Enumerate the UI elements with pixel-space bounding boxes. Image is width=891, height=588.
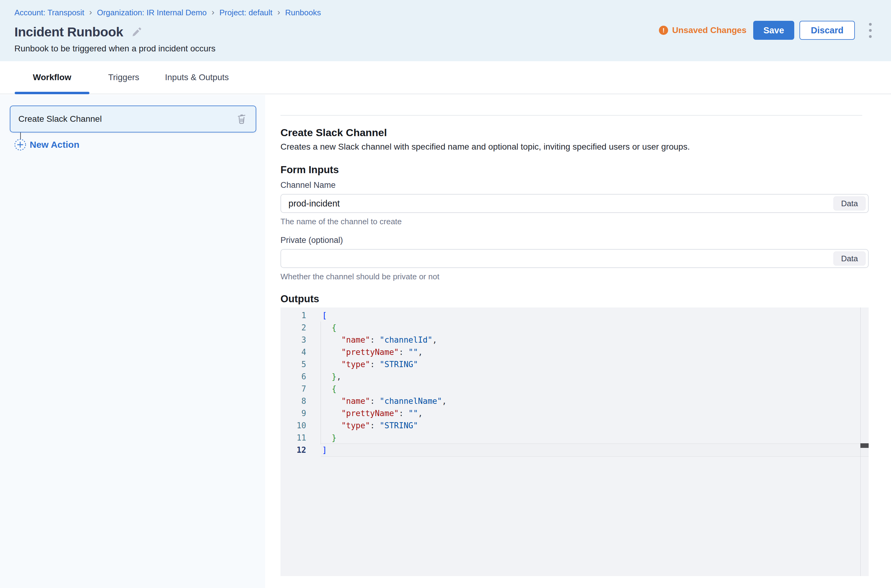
editor-line: 3 "name": "channelId", — [280, 334, 868, 346]
editor-line: 11 } — [280, 432, 868, 444]
channel-name-label: Channel Name — [280, 180, 336, 190]
plus-circle-icon — [14, 139, 26, 151]
private-field: Data — [280, 249, 868, 268]
editor-line: 8 "name": "channelName", — [280, 395, 868, 407]
new-action-button[interactable]: New Action — [14, 139, 79, 151]
tab-triggers[interactable]: Triggers — [98, 61, 149, 94]
tab-workflow[interactable]: Workflow — [15, 61, 89, 94]
line-number: 5 — [280, 358, 306, 370]
delete-action-button[interactable] — [235, 113, 248, 125]
form-inputs-heading: Form Inputs — [280, 164, 339, 176]
editor-line: 1[ — [280, 309, 868, 321]
page-header: Account: Transposit › Organization: IR I… — [0, 0, 891, 61]
action-card-create-slack-channel[interactable]: Create Slack Channel — [10, 105, 256, 132]
editor-line: 12] — [280, 444, 868, 456]
channel-name-helper: The name of the channel to create — [280, 217, 402, 226]
page-title: Incident Runbook — [14, 24, 123, 39]
private-data-button[interactable]: Data — [834, 252, 865, 266]
tab-inputs-outputs[interactable]: Inputs & Outputs — [162, 61, 232, 94]
action-detail-title: Create Slack Channel — [280, 127, 387, 139]
unsaved-changes-badge: ! Unsaved Changes — [659, 26, 747, 35]
private-input[interactable] — [280, 249, 868, 268]
channel-name-input[interactable] — [280, 194, 868, 213]
line-number: 8 — [280, 395, 306, 407]
edit-title-pencil-icon[interactable] — [131, 27, 142, 38]
line-number: 10 — [280, 419, 306, 432]
line-number: 11 — [280, 432, 306, 444]
action-card-label: Create Slack Channel — [18, 114, 235, 124]
outputs-heading: Outputs — [280, 293, 319, 305]
unsaved-changes-label: Unsaved Changes — [672, 26, 747, 35]
line-number: 6 — [280, 370, 306, 383]
editor-line: 7 { — [280, 383, 868, 395]
line-number: 4 — [280, 346, 306, 358]
more-options-kebab-icon[interactable] — [868, 21, 873, 40]
breadcrumb-separator: › — [277, 8, 280, 18]
channel-name-field: Data — [280, 194, 868, 213]
workflow-actions-panel: Create Slack Channel New Action — [0, 95, 265, 588]
trash-icon — [235, 113, 248, 125]
editor-line: 4 "prettyName": "", — [280, 346, 868, 358]
outputs-code-editor[interactable]: 1[2 {3 "name": "channelId",4 "prettyName… — [280, 308, 868, 576]
new-action-label: New Action — [30, 140, 79, 150]
breadcrumb-project-link[interactable]: Project: default — [219, 8, 272, 18]
workflow-connector-line — [20, 132, 21, 139]
breadcrumb-separator: › — [89, 8, 92, 18]
action-detail-panel: Create Slack Channel Creates a new Slack… — [265, 95, 891, 588]
editor-line: 5 "type": "STRING" — [280, 358, 868, 370]
line-number: 9 — [280, 407, 306, 419]
editor-line: 2 { — [280, 321, 868, 334]
private-helper: Whether the channel should be private or… — [280, 272, 439, 282]
editor-line: 6 }, — [280, 370, 868, 383]
line-number: 3 — [280, 334, 306, 346]
editor-line: 10 "type": "STRING" — [280, 419, 868, 432]
line-number: 2 — [280, 321, 306, 334]
editor-scrollbar[interactable] — [860, 308, 868, 576]
action-description: Creates a new Slack channel with specifi… — [280, 142, 690, 152]
breadcrumb-account-link[interactable]: Account: Transposit — [14, 8, 84, 18]
line-number: 7 — [280, 383, 306, 395]
editor-scrollbar-thumb[interactable] — [860, 443, 868, 448]
breadcrumb-runbooks-link[interactable]: Runbooks — [285, 8, 321, 18]
discard-button[interactable]: Discard — [799, 21, 855, 40]
top-divider — [280, 115, 862, 116]
line-number: 1 — [280, 309, 306, 321]
breadcrumb-separator: › — [212, 8, 214, 18]
breadcrumb-organization-link[interactable]: Organization: IR Internal Demo — [97, 8, 207, 18]
editor-line: 9 "prettyName": "", — [280, 407, 868, 419]
editor-lines: 1[2 {3 "name": "channelId",4 "prettyName… — [280, 309, 868, 456]
save-button[interactable]: Save — [753, 21, 794, 40]
line-number: 12 — [280, 444, 306, 456]
breadcrumb: Account: Transposit › Organization: IR I… — [14, 8, 321, 18]
indent-guide-line — [321, 321, 321, 444]
runbook-subtitle: Runbook to be triggered when a prod inci… — [14, 44, 215, 54]
warning-exclamation-icon: ! — [659, 26, 668, 35]
private-label: Private (optional) — [280, 236, 343, 245]
tab-bar: Workflow Triggers Inputs & Outputs — [0, 61, 891, 94]
channel-name-data-button[interactable]: Data — [834, 196, 865, 210]
